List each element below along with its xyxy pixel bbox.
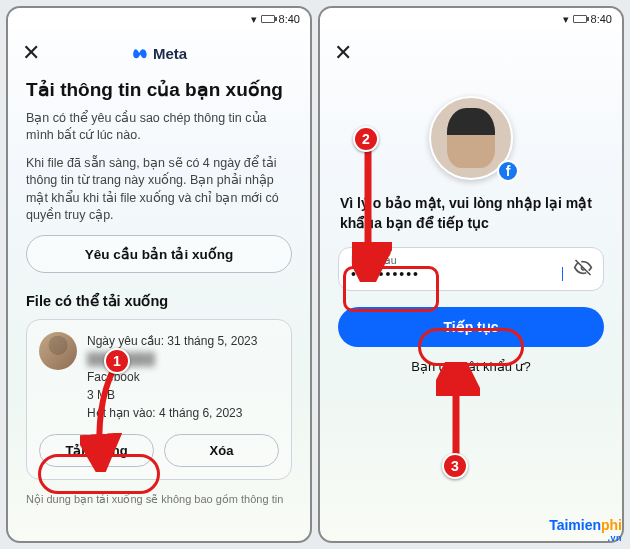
avatar (39, 332, 77, 370)
continue-button[interactable]: Tiếp tục (338, 307, 604, 347)
signal-icon: ▾ (563, 13, 569, 26)
status-bar: ▾ 8:40 (320, 8, 622, 30)
status-time: 8:40 (591, 13, 612, 25)
annotation-arrow-2 (352, 146, 392, 282)
page-title: Tải thông tin của bạn xuống (26, 78, 292, 102)
visibility-off-icon[interactable] (573, 258, 593, 281)
intro-text-2: Khi file đã sẵn sàng, bạn sẽ có 4 ngày đ… (26, 155, 292, 225)
status-time: 8:40 (279, 13, 300, 25)
battery-icon (261, 15, 275, 23)
annotation-arrow-3 (436, 362, 480, 464)
annotation-badge-3: 3 (442, 453, 468, 479)
close-icon[interactable]: ✕ (334, 40, 360, 66)
annotation-badge-2: 2 (353, 126, 379, 152)
annotation-badge-1: 1 (104, 348, 130, 374)
meta-icon (131, 44, 149, 62)
section-title: File có thể tải xuống (26, 293, 292, 309)
annotation-arrow-1 (80, 362, 130, 472)
requested-date: Ngày yêu cầu: 31 tháng 5, 2023 (87, 332, 257, 350)
brand-text: Meta (153, 45, 187, 62)
close-icon[interactable]: ✕ (22, 40, 48, 66)
watermark: Taimienphi .vn (549, 517, 622, 543)
signal-icon: ▾ (251, 13, 257, 26)
status-bar: ▾ 8:40 (8, 8, 310, 30)
footnote: Nội dung bạn tải xuống sẽ không bao gồm … (26, 492, 292, 506)
download-card: Ngày yêu cầu: 31 tháng 5, 2023 ████████ … (26, 319, 292, 480)
request-download-button[interactable]: Yêu cầu bản tải xuống (26, 235, 292, 273)
intro-text-1: Bạn có thể yêu cầu sao chép thông tin củ… (26, 110, 292, 145)
brand-logo: Meta (131, 44, 187, 62)
battery-icon (573, 15, 587, 23)
facebook-badge-icon: f (497, 160, 519, 182)
phone-left: ▾ 8:40 ✕ Meta Tải thông tin của bạn xuốn… (6, 6, 312, 543)
delete-button[interactable]: Xóa (164, 434, 279, 467)
